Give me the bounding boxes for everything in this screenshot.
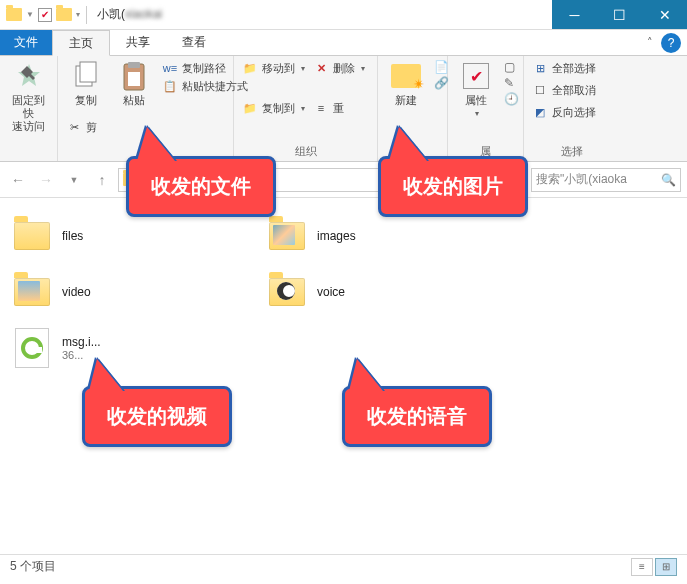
annotation-files: 收发的文件 [126, 156, 276, 217]
open-icon[interactable]: ▢ [504, 60, 519, 74]
folder-item-voice[interactable]: voice [265, 264, 520, 320]
svg-rect-3 [128, 62, 140, 68]
close-button[interactable]: ✕ [642, 0, 687, 29]
properties-button[interactable]: ✔ 属性 ▾ [456, 60, 496, 118]
maximize-button[interactable]: ☐ [597, 0, 642, 29]
forward-button[interactable]: → [34, 168, 58, 192]
folder-icon [14, 222, 50, 250]
window-title: 小凯(xiaokai [97, 6, 552, 23]
titlebar: ▼ ✔ ▾ 小凯(xiaokai ─ ☐ ✕ [0, 0, 687, 30]
folder-icon[interactable] [6, 8, 22, 21]
edit-icon[interactable]: ✎ [504, 76, 519, 90]
history-icon[interactable]: 🕘 [504, 92, 519, 106]
new-item-icon[interactable]: 📄 [434, 60, 449, 74]
ribbon: 固定到快 速访问 复制 粘贴 w≡复制路径 📋粘贴快捷方式 ✂剪 剪 [0, 56, 687, 162]
search-input[interactable]: 搜索"小凯(xiaoka 🔍 [531, 168, 681, 192]
share-tab[interactable]: 共享 [110, 30, 166, 55]
folder-icon [269, 278, 305, 306]
search-icon: 🔍 [661, 173, 676, 187]
cut-button[interactable]: ✂剪 [66, 120, 97, 136]
status-bar: 5 个项目 ≡ ⊞ [0, 554, 687, 578]
minimize-button[interactable]: ─ [552, 0, 597, 29]
home-tab[interactable]: 主页 [52, 30, 110, 56]
file-item-msg[interactable]: msg.i... 36... [10, 320, 265, 376]
select-all-button[interactable]: ⊞全部选择 [532, 60, 612, 76]
recent-locations-button[interactable]: ▼ [62, 168, 86, 192]
file-list-pane[interactable]: files images video voice msg.i... 36... … [0, 198, 687, 554]
new-folder-button[interactable]: ✴ 新建 [386, 60, 426, 107]
item-label: files [62, 229, 83, 243]
easy-access-icon[interactable]: 🔗 [434, 76, 449, 90]
help-button[interactable]: ? [661, 33, 681, 53]
up-button[interactable]: ↑ [90, 168, 114, 192]
svg-rect-4 [128, 72, 140, 86]
navigation-bar: ← → ▼ ↑ › 小凯(xia okai ▾ ⟳ 搜索"小凯(xiaoka 🔍 [0, 162, 687, 198]
icons-view-button[interactable]: ⊞ [655, 558, 677, 576]
qat-overflow[interactable]: ▾ [76, 10, 80, 19]
select-group-label: 选择 [532, 144, 612, 159]
back-button[interactable]: ← [6, 168, 30, 192]
copy-button[interactable]: 复制 [66, 60, 106, 107]
folder-item-video[interactable]: video [10, 264, 265, 320]
details-view-button[interactable]: ≡ [631, 558, 653, 576]
properties-qat-icon[interactable]: ✔ [38, 8, 52, 22]
annotation-voice: 收发的语音 [342, 386, 492, 447]
collapse-ribbon-button[interactable]: ˄ [639, 30, 661, 55]
item-label: images [317, 229, 356, 243]
delete-button[interactable]: ✕删除▾ [313, 60, 365, 76]
file-tab[interactable]: 文件 [0, 30, 52, 55]
item-label: voice [317, 285, 345, 299]
rename-button[interactable]: ≡重 [313, 100, 365, 116]
paste-button[interactable]: 粘贴 [114, 60, 154, 107]
qat-dropdown[interactable]: ▼ [26, 10, 34, 19]
ie-file-icon [15, 328, 49, 368]
view-tab[interactable]: 查看 [166, 30, 222, 55]
pin-to-quick-access-button[interactable]: 固定到快 速访问 [8, 60, 49, 134]
annotation-images: 收发的图片 [378, 156, 528, 217]
ribbon-tabs: 文件 主页 共享 查看 ˄ ? [0, 30, 687, 56]
item-label: msg.i... [62, 335, 101, 349]
folder-icon [56, 8, 72, 21]
annotation-video: 收发的视频 [82, 386, 232, 447]
svg-rect-1 [80, 62, 96, 82]
select-none-button[interactable]: ☐全部取消 [532, 82, 612, 98]
copy-to-button[interactable]: 📁复制到▾ [242, 100, 305, 116]
item-count: 5 个项目 [10, 558, 56, 575]
folder-icon [269, 222, 305, 250]
item-label: video [62, 285, 91, 299]
invert-selection-button[interactable]: ◩反向选择 [532, 104, 612, 120]
move-to-button[interactable]: 📁移动到▾ [242, 60, 305, 76]
folder-icon [14, 278, 50, 306]
